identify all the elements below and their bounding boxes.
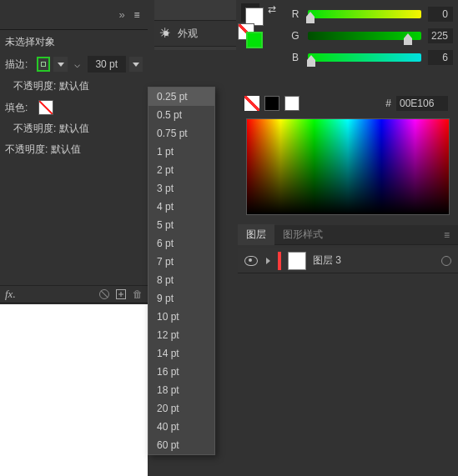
stroke-weight-option[interactable]: 20 pt — [148, 399, 214, 418]
layer-thumbnail[interactable] — [288, 252, 306, 270]
b-slider[interactable] — [308, 53, 421, 62]
stroke-row: 描边: ⌵ 30 pt — [0, 53, 148, 76]
r-row: R 0 — [289, 3, 453, 25]
stroke-weight-option[interactable]: 2 pt — [148, 161, 214, 179]
hex-none-swatch[interactable] — [244, 96, 259, 111]
object-opacity-label[interactable]: 不透明度: 默认值 — [0, 139, 148, 160]
hash-label: # — [385, 98, 391, 109]
layer-target-icon[interactable] — [441, 256, 451, 266]
panel-top-bar: ≡ — [0, 0, 148, 30]
stroke-weight-dropdown[interactable] — [129, 57, 143, 72]
fx-actions: 🗑 — [99, 288, 143, 300]
visibility-toggle-icon[interactable] — [244, 254, 258, 268]
fgbg-swatches[interactable] — [241, 3, 259, 22]
layer-expand-icon[interactable] — [264, 258, 271, 264]
hex-row: # 00E106 — [238, 93, 455, 113]
stroke-weight-option[interactable]: 4 pt — [148, 198, 214, 216]
hex-white-swatch[interactable] — [284, 96, 299, 111]
fill-swatch-none[interactable] — [38, 100, 53, 115]
tab-layers[interactable]: 图层 — [238, 224, 274, 245]
fx-row: fx. 🗑 — [0, 285, 148, 303]
r-value[interactable]: 0 — [428, 7, 453, 22]
add-appearance-icon[interactable] — [116, 289, 126, 299]
stroke-weight-option[interactable]: 14 pt — [148, 344, 214, 363]
stroke-weight-option[interactable]: 8 pt — [148, 271, 214, 289]
stroke-weight-option[interactable]: 9 pt — [148, 289, 214, 308]
properties-panel: ≡ 未选择对象 描边: ⌵ 30 pt 不透明度: 默认值 填色: 不透明度: … — [0, 0, 148, 476]
tab-graphic-styles[interactable]: 图形样式 — [274, 224, 331, 245]
stroke-label: 描边: — [5, 58, 33, 72]
canvas-area[interactable] — [0, 304, 148, 476]
hex-field[interactable]: 00E106 — [396, 96, 448, 111]
stroke-weight-option[interactable]: 7 pt — [148, 253, 214, 271]
stroke-weight-option[interactable]: 3 pt — [148, 179, 214, 198]
g-row: G 225 — [289, 25, 453, 47]
stroke-weight-option[interactable]: 0.75 pt — [148, 124, 214, 143]
rgb-sliders: R 0 G 225 B 6 — [289, 3, 453, 68]
stroke-swatch-dropdown[interactable] — [53, 57, 67, 72]
fill-row: 填色: — [0, 97, 148, 118]
fill-opacity-label[interactable]: 不透明度: 默认值 — [0, 118, 148, 139]
layer-color-chip — [278, 252, 281, 270]
stroke-fill-swatches — [238, 23, 254, 40]
stroke-weight-option[interactable]: 0.25 pt — [148, 88, 214, 106]
g-slider[interactable] — [308, 32, 421, 40]
stroke-weight-option[interactable]: 1 pt — [148, 143, 214, 161]
appearance-panel-button[interactable]: 外观 — [154, 20, 236, 47]
stroke-weight-option[interactable]: 40 pt — [148, 418, 214, 436]
appearance-icon — [159, 27, 173, 40]
g-channel-label: G — [289, 30, 301, 42]
trash-icon[interactable]: 🗑 — [133, 288, 143, 300]
stroke-weight-option[interactable]: 10 pt — [148, 308, 214, 326]
stroke-opacity-label[interactable]: 不透明度: 默认值 — [0, 76, 148, 97]
appearance-label: 外观 — [178, 27, 198, 41]
layer-row[interactable]: 图层 3 — [238, 248, 458, 273]
fx-label[interactable]: fx. — [5, 288, 16, 301]
stroke-weight-option[interactable]: 0.5 pt — [148, 106, 214, 124]
fill-label: 填色: — [5, 101, 33, 115]
stroke-weight-menu: 0.25 pt 0.5 pt 0.75 pt 1 pt 2 pt 3 pt 4 … — [148, 87, 215, 455]
stroke-weight-field[interactable]: 30 pt — [88, 56, 126, 73]
stroke-weight-option[interactable]: 6 pt — [148, 234, 214, 253]
b-value[interactable]: 6 — [428, 50, 453, 65]
stroke-weight-option[interactable]: 16 pt — [148, 363, 214, 381]
stroke-weight-option[interactable]: 18 pt — [148, 381, 214, 399]
hex-black-swatch[interactable] — [264, 96, 279, 111]
no-selection-label: 未选择对象 — [0, 30, 148, 53]
stroke-weight-option[interactable]: 12 pt — [148, 326, 214, 344]
color-panel: ⇄ R 0 G 225 B 6 — [238, 0, 455, 87]
layers-panel-tabs: 图层 图形样式 ≡ — [238, 225, 458, 245]
g-value[interactable]: 225 — [428, 28, 453, 43]
swap-colors-icon[interactable]: ⇄ — [268, 3, 276, 15]
r-channel-label: R — [289, 8, 301, 20]
stroke-green-swatch[interactable] — [246, 32, 263, 48]
r-slider[interactable] — [308, 10, 421, 18]
layers-panel-menu-icon[interactable]: ≡ — [437, 226, 458, 244]
dock-panel: 外观 — [154, 0, 236, 50]
stroke-swatch-inner-icon — [41, 62, 46, 67]
color-spectrum[interactable] — [246, 118, 450, 215]
stroke-swatch[interactable] — [37, 57, 50, 72]
panel-menu-icon[interactable]: ≡ — [131, 9, 143, 21]
dock-panel-tab — [154, 0, 236, 20]
stroke-weight-option[interactable]: 60 pt — [148, 436, 214, 454]
stroke-weight-option[interactable]: 5 pt — [148, 216, 214, 234]
layer-name[interactable]: 图层 3 — [313, 253, 341, 268]
b-row: B 6 — [289, 47, 453, 68]
clear-appearance-icon[interactable] — [99, 289, 109, 299]
b-channel-label: B — [289, 52, 301, 63]
stroke-weight-link-icon[interactable]: ⌵ — [71, 57, 84, 72]
right-panel: ⇄ R 0 G 225 B 6 # — [238, 0, 458, 476]
collapse-panel-icon[interactable] — [116, 9, 128, 21]
